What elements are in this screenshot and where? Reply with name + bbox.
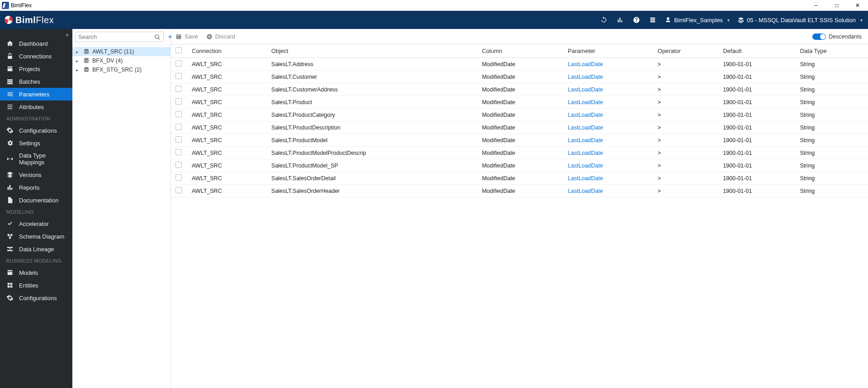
nav-item-data-lineage[interactable]: Data Lineage: [0, 243, 72, 255]
tree-node-label: BFX_DV (4): [92, 57, 123, 64]
nav-item-models[interactable]: Models: [0, 266, 72, 279]
tree-node-bfx-stg-src-2-[interactable]: ▸BFX_STG_SRC (2): [72, 65, 171, 74]
nav-item-entities[interactable]: Entities: [0, 279, 72, 292]
version-name: 05 - MSSQL DataVault ELT SSIS Solution: [747, 17, 856, 24]
cell-parameter[interactable]: LastLoadDate: [563, 109, 653, 121]
row-checkbox[interactable]: [175, 86, 182, 92]
nav-item-configurations[interactable]: Configurations: [0, 292, 72, 304]
col-parameter[interactable]: Parameter: [563, 44, 653, 58]
tree-caret-icon[interactable]: ▸: [76, 58, 81, 63]
row-checkbox[interactable]: [175, 136, 182, 143]
tree-caret-icon[interactable]: ▸: [76, 67, 81, 72]
nav-item-parameters[interactable]: Parameters: [0, 88, 72, 101]
nav-item-projects[interactable]: Projects: [0, 62, 72, 75]
table-row[interactable]: AWLT_SRCSalesLT.ProductModifiedDateLastL…: [171, 96, 868, 109]
col-operator[interactable]: Operator: [653, 44, 719, 58]
row-checkbox[interactable]: [175, 73, 182, 79]
table-row[interactable]: AWLT_SRCSalesLT.AddressModifiedDateLastL…: [171, 58, 868, 71]
table-row[interactable]: AWLT_SRCSalesLT.ProductModelModifiedDate…: [171, 134, 868, 147]
cell-parameter[interactable]: LastLoadDate: [563, 147, 653, 159]
nav-item-label: Dashboard: [19, 40, 48, 47]
tree-caret-icon[interactable]: ▸: [76, 49, 81, 54]
table-row[interactable]: AWLT_SRCSalesLT.ProductModelProductDescr…: [171, 147, 868, 159]
versions-icon: [6, 171, 14, 178]
cell-parameter[interactable]: LastLoadDate: [563, 159, 653, 172]
cell-object: SalesLT.ProductDescription: [267, 121, 478, 134]
cell-parameter[interactable]: LastLoadDate: [563, 172, 653, 185]
row-checkbox[interactable]: [175, 162, 182, 168]
cell-datatype: String: [796, 71, 868, 83]
select-all-checkbox[interactable]: [175, 47, 182, 53]
row-checkbox[interactable]: [175, 149, 182, 155]
cell-datatype: String: [796, 172, 868, 185]
table-row[interactable]: AWLT_SRCSalesLT.SalesOrderDetailModified…: [171, 172, 868, 185]
attributes-icon: [6, 103, 14, 110]
nav-item-settings[interactable]: Settings: [0, 137, 72, 149]
cell-connection: AWLT_SRC: [187, 109, 267, 121]
window-close-button[interactable]: ✕: [847, 0, 868, 11]
cell-connection: AWLT_SRC: [187, 58, 267, 71]
help-icon[interactable]: [632, 16, 640, 24]
cell-operator: >: [653, 83, 719, 96]
parameters-icon: [6, 91, 14, 98]
nav-item-versions[interactable]: Versions: [0, 168, 72, 181]
col-object[interactable]: Object: [267, 44, 478, 58]
nav-item-documentation[interactable]: Documentation: [0, 194, 72, 206]
row-checkbox[interactable]: [175, 111, 182, 117]
cell-datatype: String: [796, 159, 868, 172]
cell-parameter[interactable]: LastLoadDate: [563, 96, 653, 109]
table-row[interactable]: AWLT_SRCSalesLT.ProductModel_SPModifiedD…: [171, 159, 868, 172]
nav-item-schema-diagram[interactable]: Schema Diagram: [0, 230, 72, 243]
row-checkbox[interactable]: [175, 60, 182, 67]
cell-parameter[interactable]: LastLoadDate: [563, 134, 653, 147]
refresh-icon[interactable]: [600, 16, 608, 24]
tree-node-bfx-dv-4-[interactable]: ▸BFX_DV (4): [72, 56, 171, 65]
cell-parameter[interactable]: LastLoadDate: [563, 58, 653, 71]
window-minimize-button[interactable]: ─: [806, 0, 826, 11]
table-row[interactable]: AWLT_SRCSalesLT.ProductCategoryModifiedD…: [171, 109, 868, 121]
tree-node-awlt-src-11-[interactable]: ▸AWLT_SRC (11): [72, 47, 171, 56]
col-column[interactable]: Column: [477, 44, 563, 58]
table-row[interactable]: AWLT_SRCSalesLT.CustomerAddressModifiedD…: [171, 83, 868, 96]
cell-parameter[interactable]: LastLoadDate: [563, 121, 653, 134]
cell-column: ModifiedDate: [477, 58, 563, 71]
window-maximize-button[interactable]: □: [826, 0, 847, 11]
customer-selector[interactable]: BimlFlex_Samples ▾: [665, 17, 730, 24]
database-deploy-icon[interactable]: [649, 16, 657, 24]
chevron-down-icon: ▾: [860, 18, 863, 23]
sidebar-collapse-icon[interactable]: «: [66, 32, 69, 38]
descendants-toggle[interactable]: [812, 34, 826, 40]
nav-item-batches[interactable]: Batches: [0, 75, 72, 88]
nav-item-configurations[interactable]: Configurations: [0, 124, 72, 137]
table-row[interactable]: AWLT_SRCSalesLT.SalesOrderHeaderModified…: [171, 185, 868, 197]
cell-parameter[interactable]: LastLoadDate: [563, 71, 653, 83]
cell-parameter[interactable]: LastLoadDate: [563, 185, 653, 197]
cell-operator: >: [653, 159, 719, 172]
nav-header-modeling: MODELING: [0, 206, 72, 217]
tree-search-input[interactable]: [75, 32, 164, 42]
reports-bar-icon[interactable]: [616, 16, 624, 24]
row-checkbox[interactable]: [175, 174, 182, 181]
row-checkbox[interactable]: [175, 124, 182, 130]
col-connection[interactable]: Connection: [187, 44, 267, 58]
nav-item-data-type-mappings[interactable]: Data Type Mappings: [0, 149, 72, 168]
cell-parameter[interactable]: LastLoadDate: [563, 83, 653, 96]
col-datatype[interactable]: Data Type: [796, 44, 868, 58]
row-checkbox[interactable]: [175, 187, 182, 193]
save-button[interactable]: Save: [175, 33, 198, 40]
cell-operator: >: [653, 121, 719, 134]
table-row[interactable]: AWLT_SRCSalesLT.ProductDescriptionModifi…: [171, 121, 868, 134]
discard-button[interactable]: Discard: [206, 33, 235, 40]
tree-search-field[interactable]: [78, 34, 154, 40]
nav-item-attributes[interactable]: Attributes: [0, 101, 72, 113]
row-checkbox[interactable]: [175, 98, 182, 105]
col-default[interactable]: Default: [718, 44, 795, 58]
cell-datatype: String: [796, 147, 868, 159]
version-selector[interactable]: 05 - MSSQL DataVault ELT SSIS Solution ▾: [738, 17, 863, 24]
nav-item-reports[interactable]: Reports: [0, 181, 72, 194]
table-row[interactable]: AWLT_SRCSalesLT.CustomerModifiedDateLast…: [171, 71, 868, 83]
nav-item-accelerator[interactable]: Accelerator: [0, 217, 72, 230]
cell-object: SalesLT.SalesOrderHeader: [267, 185, 478, 197]
nav-item-dashboard[interactable]: Dashboard: [0, 37, 72, 50]
nav-item-connections[interactable]: Connections: [0, 50, 72, 62]
